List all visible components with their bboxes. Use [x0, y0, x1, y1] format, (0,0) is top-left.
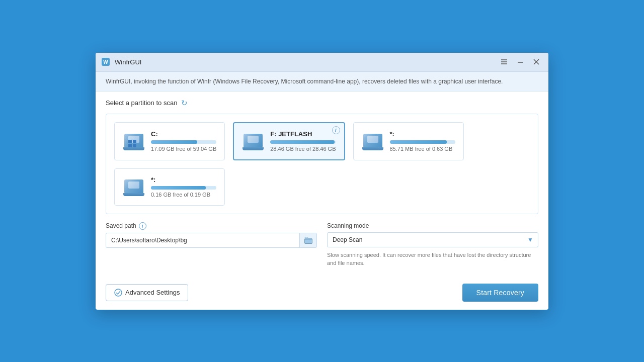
partition-bar-wrap-star1: [390, 140, 455, 144]
partition-bar-star2: [151, 186, 206, 190]
partition-name-f: F: JETFLASH: [270, 130, 336, 138]
partition-size-c: 17.09 GB free of 59.04 GB: [151, 146, 216, 152]
partition-card-star1[interactable]: *: 85.71 MB free of 0.63 GB: [353, 122, 464, 160]
main-window: W WinfrGUI: [96, 53, 548, 310]
info-bar: WinfrGUI, invoking the function of Winfr…: [96, 72, 548, 92]
advanced-settings-label: Advanced Settings: [125, 289, 180, 296]
partition-bar-c: [151, 140, 197, 144]
partition-bar-f: [270, 140, 334, 144]
path-input-wrap: [106, 233, 317, 248]
drive-icon-c: [123, 131, 145, 151]
partition-card-c[interactable]: C: 17.09 GB free of 59.04 GB: [114, 122, 225, 160]
svg-point-9: [115, 289, 122, 296]
partition-bar-wrap-c: [151, 140, 216, 144]
scan-mode-section: Scanning mode Default Deep Scan Extensiv…: [327, 222, 538, 267]
info-text: WinfrGUI, invoking the function of Winfr…: [106, 78, 503, 85]
saved-path-section: Saved path i: [106, 222, 317, 248]
saved-path-label: Saved path i: [106, 222, 317, 230]
window-title: WinfrGUI: [115, 58, 497, 66]
path-input[interactable]: [106, 233, 299, 247]
partition-info-star1: *: 85.71 MB free of 0.63 GB: [390, 130, 455, 152]
partition-card-star2[interactable]: *: 0.16 GB free of 0.19 GB: [114, 168, 225, 206]
partition-size-f: 28.46 GB free of 28.46 GB: [270, 146, 336, 152]
bottom-section: Saved path i Scanning mode: [106, 222, 538, 269]
svg-rect-8: [304, 238, 312, 243]
partition-name-c: C:: [151, 130, 216, 138]
partition-bar-wrap-f: [270, 140, 336, 144]
footer-actions: Advanced Settings Start Recovery: [96, 278, 548, 310]
partition-card-f[interactable]: i F: JETFLASH 28.46 GB free of 28.46 GB: [233, 122, 345, 160]
section-header: Select a partition to scan ↻: [106, 99, 538, 108]
browse-folder-button[interactable]: [299, 233, 316, 247]
start-recovery-button[interactable]: Start Recovery: [462, 284, 538, 302]
scan-mode-description: Slow scanning speed. It can recover more…: [327, 251, 538, 267]
advanced-settings-button[interactable]: Advanced Settings: [106, 284, 188, 301]
titlebar: W WinfrGUI: [96, 53, 548, 72]
partition-info-c: C: 17.09 GB free of 59.04 GB: [151, 130, 216, 152]
app-icon: W: [101, 57, 111, 67]
minimize-button[interactable]: [513, 56, 527, 68]
start-recovery-label: Start Recovery: [476, 289, 524, 297]
svg-text:W: W: [103, 59, 108, 65]
partition-info-star2: *: 0.16 GB free of 0.19 GB: [151, 176, 216, 198]
drive-icon-star2: [123, 177, 145, 197]
gear-check-icon: [114, 289, 122, 297]
menu-button[interactable]: [497, 56, 511, 68]
drive-icon-star1: [362, 131, 384, 151]
info-dot-f[interactable]: i: [332, 126, 340, 134]
section-label: Select a partition to scan: [106, 99, 177, 107]
scan-select-wrap: Default Deep Scan Extensive ▼: [327, 232, 538, 247]
partition-size-star1: 85.71 MB free of 0.63 GB: [390, 146, 455, 152]
scan-mode-label: Scanning mode: [327, 222, 538, 229]
drive-icon-f: [242, 131, 264, 151]
partitions-grid: C: 17.09 GB free of 59.04 GB i: [106, 114, 538, 214]
refresh-icon[interactable]: ↻: [181, 99, 188, 108]
content-area: Select a partition to scan ↻: [96, 92, 548, 278]
partition-bar-star1: [390, 140, 447, 144]
partition-bar-wrap-star2: [151, 186, 216, 190]
partition-size-star2: 0.16 GB free of 0.19 GB: [151, 192, 216, 198]
partition-info-f: F: JETFLASH 28.46 GB free of 28.46 GB: [270, 130, 336, 152]
window-controls: [497, 56, 543, 68]
close-button[interactable]: [529, 56, 543, 68]
scan-mode-select[interactable]: Default Deep Scan Extensive: [327, 232, 538, 247]
saved-path-help-icon[interactable]: i: [139, 222, 146, 230]
partition-name-star1: *:: [390, 130, 455, 138]
partition-name-star2: *:: [151, 176, 216, 184]
